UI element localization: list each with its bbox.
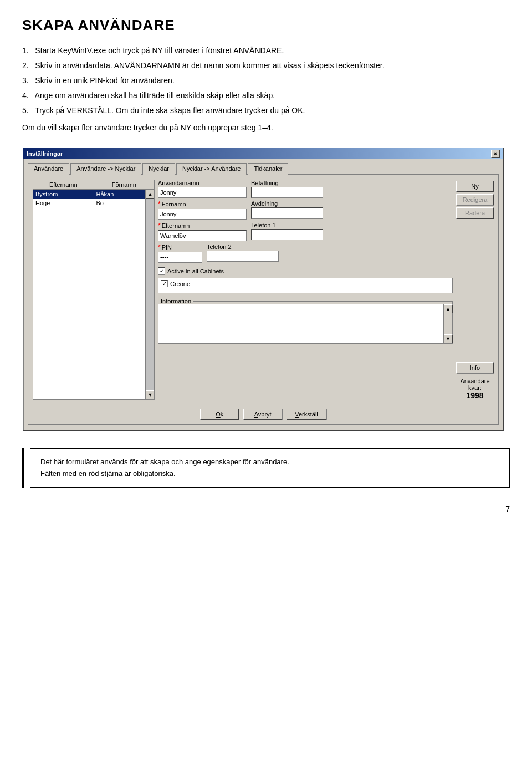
active-checkbox-row[interactable]: ✓ Active in all Cabinets: [158, 267, 453, 275]
tab-nycklar-anvandare[interactable]: Nycklar -> Användare: [176, 163, 247, 175]
page-title: SKAPA ANVÄNDARE: [22, 17, 510, 34]
list-scrollbar[interactable]: ▲ ▼: [145, 190, 154, 399]
bottom-buttons: Ok Avbryt Verkställ: [33, 405, 494, 420]
dialog-close-button[interactable]: ×: [491, 150, 500, 158]
user-cell-efternamn-1: Byström: [33, 190, 94, 199]
anvandamamn-input[interactable]: [158, 187, 247, 198]
tab-tidkanaler[interactable]: Tidkanaler: [248, 163, 288, 175]
user-list-panel: Efternamn Förnamn Byström Håkan Höge Bo: [33, 180, 155, 400]
user-row-2[interactable]: Höge Bo: [33, 199, 154, 207]
anvandare-kvar-value: 1998: [456, 391, 494, 400]
tab-anvandare-nycklar[interactable]: Användare -> Nycklar: [70, 163, 141, 175]
field-group-pin: * PIN: [158, 243, 202, 263]
befattning-input[interactable]: [251, 187, 323, 198]
pin-input[interactable]: [158, 252, 202, 263]
info-button[interactable]: Info: [456, 362, 494, 373]
information-fieldset: Information ▲ ▼: [158, 298, 453, 344]
info-scroll-down[interactable]: ▼: [444, 334, 453, 343]
instruction-4-text: Ange om användaren skall ha tillträde ti…: [35, 91, 275, 100]
fornamn-required-star: *: [158, 200, 161, 208]
instruction-5: 5. Tryck på VERKSTÄLL. Om du inte ska sk…: [22, 105, 510, 116]
anvandare-kvar-section: Användare kvar: 1998: [456, 378, 494, 400]
avdelning-input[interactable]: [251, 207, 323, 219]
tab-content: Efternamn Förnamn Byström Håkan Höge Bo: [28, 175, 499, 425]
telefon2-input[interactable]: [207, 251, 279, 262]
befattning-label: Befattning: [251, 180, 323, 186]
button-panel: Ny Redigera Radera Info Användare kvar: …: [456, 180, 494, 400]
instruction-1-number: 1.: [22, 46, 29, 55]
avdelning-label: Avdelning: [251, 200, 323, 207]
scroll-track: [146, 199, 154, 390]
field-group-telefon2: Telefon 2: [207, 243, 279, 262]
dialog-body: Användare Användare -> Nycklar Nycklar N…: [23, 159, 503, 430]
scroll-up-arrow[interactable]: ▲: [146, 190, 155, 199]
ok-button[interactable]: Ok: [200, 409, 239, 420]
pin-required-star: *: [158, 243, 161, 251]
dialog-titlebar: Inställningar ×: [23, 148, 503, 159]
field-group-befattning: Befattning: [251, 180, 323, 198]
instruction-2: 2. Skriv in användardata. ANVÄNDARNAMN ä…: [22, 60, 510, 72]
field-group-telefon1: Telefon 1: [251, 222, 323, 240]
instruction-5-text: Tryck på VERKSTÄLL. Om du inte ska skapa…: [35, 106, 305, 115]
instruction-3: 3. Skriv in en unik PIN-kod för användar…: [22, 75, 510, 87]
active-label: Active in all Cabinets: [167, 268, 224, 275]
instruction-2-text: Skriv in användardata. ANVÄNDARNAMN är d…: [35, 61, 384, 70]
cabinet-name: Creone: [170, 281, 190, 287]
field-group-fornamn: * Förnamn: [158, 200, 247, 220]
instruction-2-number: 2.: [22, 61, 29, 70]
instruction-3-text: Skriv in en unik PIN-kod för användaren.: [35, 76, 174, 85]
efternamn-required-star: *: [158, 222, 161, 230]
fornamn-input[interactable]: [158, 209, 247, 220]
user-list-header: Efternamn Förnamn: [33, 180, 155, 189]
form-row-1: Användarnamn Befattning: [158, 180, 453, 198]
avbryt-label: Avbryt: [254, 411, 272, 418]
form-panel: Användarnamn Befattning: [158, 180, 453, 400]
form-row-4: * PIN Telefon 2: [158, 243, 453, 263]
scroll-down-arrow[interactable]: ▼: [146, 390, 155, 399]
instruction-4: 4. Ange om användaren skall ha tillträde…: [22, 90, 510, 101]
telefon1-label: Telefon 1: [251, 222, 323, 228]
info-scroll-up[interactable]: ▲: [444, 304, 453, 313]
instruction-1: 1. Starta KeyWinIV.exe och tryck på NY t…: [22, 45, 510, 57]
info-box-line1: Det här formuläret används för att skapa…: [40, 456, 499, 468]
info-scrollbar[interactable]: ▲ ▼: [443, 304, 452, 343]
field-group-avdelning: Avdelning: [251, 200, 323, 219]
col-header-efternamn: Efternamn: [33, 180, 94, 189]
tab-nycklar[interactable]: Nycklar: [142, 163, 175, 175]
radera-button[interactable]: Radera: [456, 207, 494, 219]
form-row-3: * Efternamn Telefon 1: [158, 222, 453, 241]
ny-button[interactable]: Ny: [456, 181, 494, 192]
tab-anvandare[interactable]: Användare: [28, 163, 69, 175]
anvandare-kvar-label: Användare kvar:: [456, 378, 494, 391]
pin-label: * PIN: [158, 243, 202, 251]
telefon1-input[interactable]: [251, 229, 323, 240]
repeat-text: Om du vill skapa fler användare trycker …: [22, 122, 510, 134]
page-number: 7: [22, 505, 510, 514]
efternamn-label: * Efternamn: [158, 222, 247, 230]
field-group-efternamn: * Efternamn: [158, 222, 247, 241]
btn-spacer: [456, 221, 494, 271]
cabinet-checkbox[interactable]: ✓: [161, 280, 168, 287]
redigera-button[interactable]: Redigera: [456, 194, 494, 205]
col-header-fornamn: Förnamn: [94, 180, 155, 189]
telefon2-label: Telefon 2: [207, 243, 279, 250]
bottom-section: Det här formuläret används för att skapa…: [22, 448, 510, 488]
user-list[interactable]: Byström Håkan Höge Bo ▲ ▼: [33, 189, 155, 400]
information-legend: Information: [158, 298, 193, 304]
ok-label: Ok: [216, 411, 223, 418]
verkstall-button[interactable]: Verkställ: [287, 409, 326, 420]
verkstall-label: Verkställ: [295, 411, 318, 418]
information-textarea[interactable]: [158, 304, 443, 343]
cabinet-item-creone[interactable]: ✓ Creone: [158, 278, 452, 289]
avbryt-button[interactable]: Avbryt: [243, 409, 282, 420]
info-textarea-wrapper: ▲ ▼: [158, 304, 452, 343]
field-group-anvandamamn: Användarnamn: [158, 180, 247, 198]
user-row-1[interactable]: Byström Håkan: [33, 190, 154, 199]
active-checkbox[interactable]: ✓: [158, 267, 165, 275]
instruction-1-text: Starta KeyWinIV.exe och tryck på NY till…: [35, 46, 284, 55]
instruction-5-number: 5.: [22, 106, 29, 115]
efternamn-input[interactable]: [158, 230, 247, 241]
dialog-title: Inställningar: [27, 150, 63, 157]
user-cell-efternamn-2: Höge: [33, 199, 94, 207]
cabinet-list[interactable]: ✓ Creone: [158, 278, 453, 293]
